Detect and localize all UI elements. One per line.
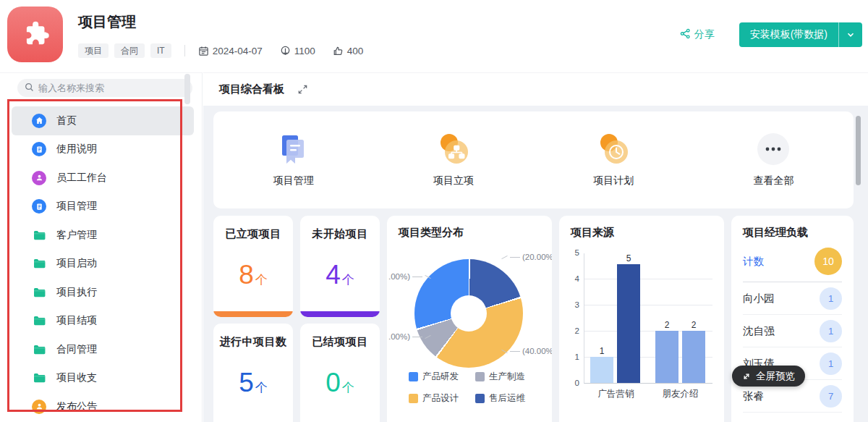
chevron-down-icon[interactable] bbox=[839, 22, 862, 47]
sidebar-item-staff-workbench[interactable]: 员工工作台 bbox=[12, 164, 194, 193]
sidebar-item-usage-guide[interactable]: 使用说明 bbox=[12, 135, 194, 164]
list-header-row[interactable]: 计数 10 bbox=[743, 241, 842, 282]
y-tick: 4 bbox=[563, 274, 579, 283]
bar[interactable] bbox=[655, 331, 678, 383]
tag: 项目 bbox=[78, 43, 109, 58]
sidebar-item-label: 项目执行 bbox=[56, 286, 97, 299]
stat-card-ongoing-projects: 进行中项目数 5个 bbox=[213, 324, 293, 422]
sidebar-item-label: 员工工作台 bbox=[56, 172, 107, 185]
likes-meta: 400 bbox=[333, 46, 364, 56]
stat-unit: 个 bbox=[342, 381, 354, 394]
pie-label: (20.00% bbox=[501, 253, 552, 261]
sidebar-item-home[interactable]: 首页 bbox=[12, 106, 194, 135]
legend-item[interactable]: 生产制造 bbox=[475, 371, 542, 383]
legend-item[interactable]: 产品设计 bbox=[409, 392, 475, 405]
sidebar-item-label: 项目收支 bbox=[56, 371, 97, 384]
stat-value: 8 bbox=[239, 260, 254, 290]
expand-arrows-icon bbox=[742, 372, 751, 381]
manager-load-card: 项目经理负载 计数 10 向小园 1 沈自强 1 刘玉倩 1 bbox=[731, 216, 854, 422]
folder-icon bbox=[32, 371, 46, 385]
sidebar-item-project-management[interactable]: 项目管理 bbox=[12, 193, 194, 221]
chart-title: 项目类型分布 bbox=[399, 226, 464, 240]
search-input[interactable] bbox=[38, 83, 169, 93]
share-label: 分享 bbox=[694, 28, 715, 41]
manager-name: 向小园 bbox=[743, 292, 775, 305]
stat-title: 已立项项目 bbox=[213, 227, 293, 241]
stat-card-closed-projects: 已结项项目 0个 bbox=[300, 324, 380, 422]
manager-count-badge: 1 bbox=[820, 320, 842, 342]
org-chart-icon bbox=[437, 132, 470, 166]
sidebar-item-project-closure[interactable]: 项目结项 bbox=[12, 307, 194, 336]
sidebar-nav: 首页 使用说明 员工工作台 项目管理 客户管理 项目启动 项目执行 项目结项 bbox=[0, 106, 203, 421]
sidebar-item-customer-management[interactable]: 客户管理 bbox=[12, 221, 194, 250]
bar-value: 1 bbox=[600, 346, 605, 356]
project-type-chart-card: 项目类型分布 (20.00% (40.00% .00%) .00%) 产品研发 … bbox=[387, 216, 552, 422]
sidebar-item-project-execution[interactable]: 项目执行 bbox=[12, 278, 194, 307]
divider bbox=[184, 45, 185, 56]
quick-link-project-initiation[interactable]: 项目立项 bbox=[373, 132, 533, 187]
install-template-button[interactable]: 安装模板(带数据) bbox=[739, 22, 862, 47]
user-icon bbox=[32, 171, 46, 185]
sidebar-item-label: 使用说明 bbox=[56, 143, 97, 156]
stat-accent-bar bbox=[300, 311, 380, 317]
bar-value: 5 bbox=[626, 253, 631, 263]
stat-title: 进行中项目数 bbox=[213, 335, 293, 349]
y-tick: 5 bbox=[563, 248, 579, 257]
main-scrollbar-thumb[interactable] bbox=[856, 116, 861, 185]
bar-value: 2 bbox=[665, 320, 670, 330]
y-tick: 0 bbox=[563, 379, 579, 387]
bar[interactable] bbox=[682, 331, 705, 383]
folder-icon bbox=[32, 228, 46, 242]
quick-link-label: 项目计划 bbox=[593, 174, 634, 187]
sidebar-item-project-finance[interactable]: 项目收支 bbox=[12, 364, 194, 393]
list-item[interactable]: 沈自强 1 bbox=[743, 315, 842, 347]
manager-name: 沈自强 bbox=[743, 324, 775, 338]
date-value: 2024-04-07 bbox=[213, 46, 263, 56]
folder-icon bbox=[32, 285, 46, 300]
bar[interactable] bbox=[617, 264, 640, 383]
manager-count-badge: 1 bbox=[820, 287, 842, 310]
stat-card-approved-projects: 已立项项目 8个 bbox=[213, 216, 293, 317]
quick-link-label: 查看全部 bbox=[753, 174, 793, 187]
count-badge: 10 bbox=[814, 248, 842, 275]
y-tick: 3 bbox=[563, 300, 579, 309]
chart-title: 项目来源 bbox=[571, 226, 614, 240]
download-icon bbox=[280, 46, 291, 56]
quick-link-project-management[interactable]: 项目管理 bbox=[213, 132, 373, 187]
list-item[interactable]: 向小园 1 bbox=[743, 282, 842, 315]
sidebar: 首页 使用说明 员工工作台 项目管理 客户管理 项目启动 项目执行 项目结项 bbox=[0, 72, 203, 422]
y-tick: 2 bbox=[563, 326, 579, 335]
stat-card-not-started-projects: 未开始项目 4个 bbox=[300, 216, 380, 317]
sidebar-scrollbar-thumb[interactable] bbox=[184, 74, 190, 104]
bar[interactable] bbox=[590, 357, 613, 383]
manager-name: 张睿 bbox=[743, 389, 764, 403]
tab-dashboard[interactable]: 项目综合看板 bbox=[219, 83, 284, 96]
project-source-chart-card: 项目来源 5 4 3 2 1 0 1 5 2 2 广告营销 朋友介绍 bbox=[559, 216, 724, 422]
sidebar-item-label: 项目结项 bbox=[56, 314, 97, 327]
sidebar-item-announcement[interactable]: 发布公告 bbox=[12, 392, 194, 421]
page-title: 项目管理 bbox=[78, 12, 136, 32]
quick-link-view-all[interactable]: 查看全部 bbox=[694, 132, 854, 187]
sidebar-item-label: 项目启动 bbox=[56, 257, 97, 270]
sidebar-item-label: 项目管理 bbox=[56, 200, 97, 213]
sidebar-search[interactable] bbox=[17, 79, 192, 97]
stat-title: 未开始项目 bbox=[300, 227, 380, 241]
share-button[interactable]: 分享 bbox=[680, 28, 715, 41]
pie-label: (40.00% bbox=[501, 347, 552, 355]
legend-item[interactable]: 产品研发 bbox=[409, 371, 475, 383]
legend-item[interactable]: 售后运维 bbox=[475, 392, 542, 405]
app-logo bbox=[7, 7, 63, 62]
search-icon bbox=[25, 82, 34, 95]
chart-legend: 产品研发 生产制造 产品设计 售后运维 bbox=[409, 371, 542, 405]
fullscreen-preview-button[interactable]: 全屏预览 bbox=[732, 366, 805, 387]
sidebar-item-project-launch[interactable]: 项目启动 bbox=[12, 250, 194, 279]
stat-unit: 个 bbox=[255, 381, 268, 394]
expand-icon[interactable] bbox=[297, 84, 308, 95]
likes-count: 400 bbox=[347, 46, 364, 56]
install-template-label[interactable]: 安装模板(带数据) bbox=[739, 22, 838, 47]
sidebar-item-contract-management[interactable]: 合同管理 bbox=[12, 335, 194, 364]
home-icon bbox=[32, 114, 46, 128]
thumbs-up-icon bbox=[333, 46, 344, 56]
folder-icon bbox=[32, 256, 46, 271]
quick-link-project-plan[interactable]: 项目计划 bbox=[534, 132, 694, 187]
